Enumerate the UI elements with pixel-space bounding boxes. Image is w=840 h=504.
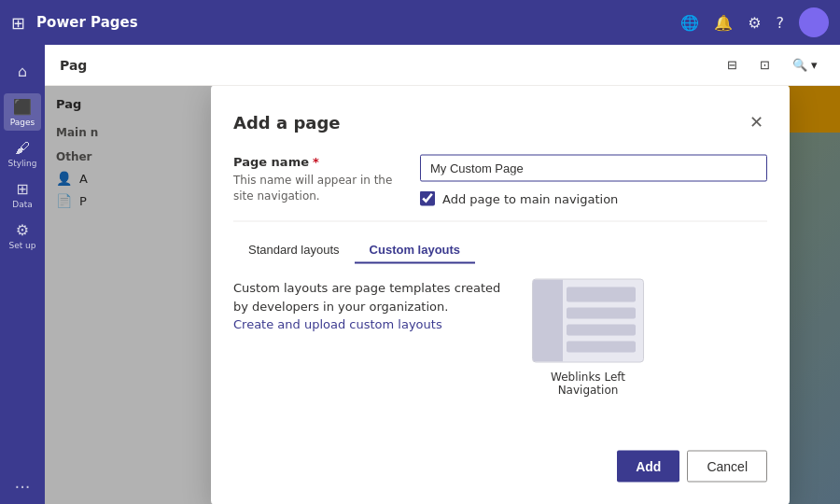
form-input-section: Add page to main navigation [420,155,767,206]
layout-content: Custom layouts are page templates create… [233,279,767,428]
nav-checkbox-row: Add page to main navigation [420,191,767,206]
custom-description: Custom layouts are page templates create… [233,279,513,428]
sidebar-item-home[interactable]: ⌂ [4,52,41,90]
sidebar-item-styling[interactable]: 🖌 Styling [4,134,41,172]
sidebar-item-data[interactable]: ⊞ Data [4,175,41,213]
top-bar-actions: 🌐 🔔 ⚙ ? [680,7,829,37]
modal-header: Add a page ✕ [233,108,767,136]
modal-footer: Add Cancel [233,451,767,483]
styling-label: Styling [8,159,37,168]
page-name-input[interactable] [420,155,767,182]
close-button[interactable]: ✕ [746,108,767,136]
page-name-row: Page name * This name will appear in the… [233,155,767,206]
home-icon: ⌂ [18,63,27,80]
data-label: Data [12,200,33,209]
zoom-btn[interactable]: 🔍 ▾ [785,54,825,76]
globe-icon[interactable]: 🌐 [680,14,699,32]
pages-label: Pages [10,118,35,127]
sidebar-item-pages[interactable]: ⬛ Pages [4,93,41,131]
nav-checkbox[interactable] [420,191,435,206]
icon-btn-2[interactable]: ⊡ [752,54,777,76]
page-bg: Pag Main n Other 👤 A 📄 P [45,86,840,504]
custom-layouts-link[interactable]: Create and upload custom layouts [233,317,442,331]
main-layout: ⌂ ⬛ Pages 🖌 Styling ⊞ Data ⚙ Set up ··· … [0,45,840,504]
setup-icon: ⚙ [16,221,29,239]
avatar[interactable] [799,7,829,37]
nav-checkbox-label: Add page to main navigation [442,191,618,205]
data-icon: ⊞ [16,180,28,198]
grid-icon[interactable]: ⊞ [11,13,25,33]
sidebar-more[interactable]: ··· [14,477,30,497]
top-bar: ⊞ Power Pages 🌐 🔔 ⚙ ? [0,0,840,45]
setup-label: Set up [8,241,35,250]
content-area: Pag ⊟ ⊡ 🔍 ▾ Pag Main n Other 👤 A 📄 P [45,45,840,504]
thumb-block1 [567,308,636,319]
styling-icon: 🖌 [15,139,30,157]
tab-custom[interactable]: Custom layouts [355,237,476,264]
page-name-label: Page name * [233,155,401,169]
sidebar: ⌂ ⬛ Pages 🖌 Styling ⊞ Data ⚙ Set up ··· [0,45,45,504]
thumb-block2 [567,325,636,336]
tab-standard[interactable]: Standard layouts [233,237,355,264]
toolbar-icons: ⊟ ⊡ 🔍 ▾ [720,54,825,76]
form-label-section: Page name * This name will appear in the… [233,155,401,204]
layout-thumbnail-wrap[interactable]: Weblinks LeftNavigation [532,279,644,428]
bell-icon[interactable]: 🔔 [714,14,733,32]
thumb-block3 [567,342,636,353]
app-title: Power Pages [36,14,669,31]
help-icon[interactable]: ? [777,14,785,32]
page-name-sublabel: This name will appear in the site naviga… [233,173,401,204]
cancel-button[interactable]: Cancel [687,451,767,483]
divider [233,221,767,222]
modal-title: Add a page [233,112,341,132]
thumb-main [567,287,636,302]
required-star: * [313,155,319,169]
add-page-dialog: Add a page ✕ Page name * This name will … [211,86,790,504]
layout-tabs: Standard layouts Custom layouts [233,237,767,264]
add-button[interactable]: Add [617,451,679,483]
toolbar-title: Pag [60,58,712,73]
gear-icon[interactable]: ⚙ [748,14,761,32]
layout-thumbnail[interactable] [532,279,644,363]
pages-icon: ⬛ [13,98,32,116]
toolbar: Pag ⊟ ⊡ 🔍 ▾ [45,45,840,86]
layout-name: Weblinks LeftNavigation [551,371,625,397]
thumb-sidebar [533,280,563,362]
sidebar-item-setup[interactable]: ⚙ Set up [4,217,41,254]
icon-btn-1[interactable]: ⊟ [720,54,745,76]
